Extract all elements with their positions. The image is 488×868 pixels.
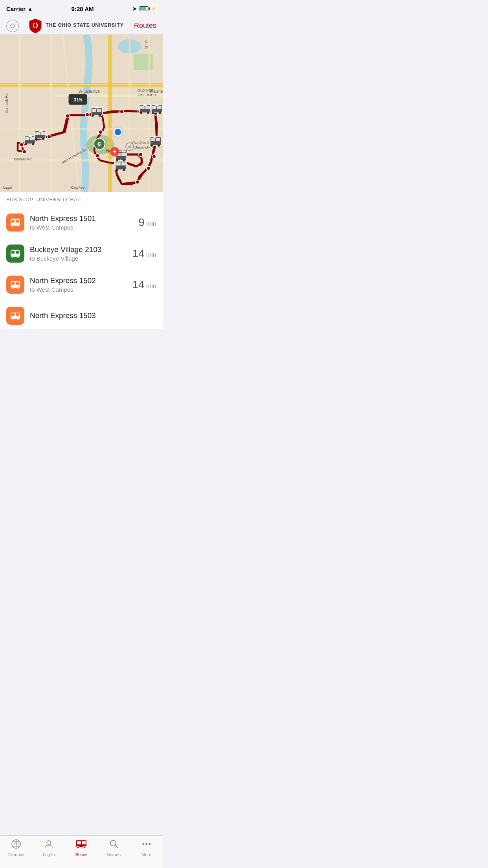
svg-text:Kinnear Rd: Kinnear Rd <box>14 157 31 161</box>
svg-point-0 <box>11 24 15 28</box>
svg-text:OLD NOR: OLD NOR <box>138 88 154 92</box>
svg-point-117 <box>12 256 14 258</box>
bus-info-north-express-1503: North Express 1503 <box>30 311 156 320</box>
svg-rect-122 <box>16 282 19 285</box>
svg-rect-109 <box>11 220 15 223</box>
battery <box>139 6 149 11</box>
svg-text:+: + <box>113 148 116 155</box>
bus-time-number: 9 <box>138 216 145 228</box>
svg-rect-121 <box>11 282 15 285</box>
bus-info-north-express-1502: North Express 1502 to West Campus <box>30 276 132 293</box>
svg-point-71 <box>158 144 160 147</box>
svg-rect-50 <box>92 109 96 112</box>
svg-text:O: O <box>33 22 38 29</box>
bus-time-unit: min <box>146 252 156 258</box>
bus-route-item[interactable]: Buckeye Village 2103 to Buckeye Village … <box>0 238 163 269</box>
bus-route-item[interactable]: North Express 1501 to West Campus 9 min <box>0 207 163 238</box>
bus-time-number: 14 <box>132 278 145 291</box>
svg-rect-38 <box>25 137 29 140</box>
svg-text:🏛: 🏛 <box>128 145 132 149</box>
svg-point-111 <box>12 225 14 227</box>
location-icon: ➤ <box>132 6 137 12</box>
svg-rect-62 <box>152 106 156 109</box>
bus-destination: to Buckeye Village <box>30 255 132 262</box>
svg-point-64 <box>152 112 154 114</box>
bus-destination: to West Campus <box>30 286 132 293</box>
svg-rect-45 <box>40 132 45 135</box>
carrier-label: Carrier <box>6 6 26 12</box>
nav-header: O The Ohio State University Routes <box>0 17 163 35</box>
svg-rect-51 <box>97 109 101 112</box>
svg-text:King Ave: King Ave <box>71 186 84 189</box>
bus-destination: to West Campus <box>30 224 138 231</box>
svg-point-47 <box>42 138 44 140</box>
bus-name: Buckeye Village 2103 <box>30 245 132 254</box>
university-logo: O The Ohio State University <box>29 18 123 33</box>
svg-rect-125 <box>11 281 19 282</box>
svg-rect-69 <box>156 138 160 141</box>
bus-route-item[interactable]: North Express 1502 to West Campus 14 min <box>0 269 163 300</box>
bus-icon-north-express-1501 <box>6 213 24 232</box>
bus-stop-section: BUS STOP: UNIVERSITY HALL <box>0 192 163 207</box>
bus-name: North Express 1503 <box>30 311 156 320</box>
svg-point-130 <box>17 318 19 320</box>
bus-time-number: 14 <box>132 247 145 259</box>
svg-point-34 <box>139 153 143 156</box>
svg-rect-39 <box>30 137 35 140</box>
svg-point-123 <box>12 287 14 289</box>
svg-point-30 <box>147 166 150 170</box>
svg-point-112 <box>17 225 19 227</box>
bus-time-buckeye-village-2103: 14 min <box>132 247 156 260</box>
university-name: The Ohio State University <box>46 22 123 29</box>
bus-route-item-partial[interactable]: North Express 1503 <box>0 300 163 329</box>
routes-button[interactable]: Routes <box>134 22 156 30</box>
svg-text:University: University <box>134 145 150 149</box>
svg-point-58 <box>140 112 142 114</box>
svg-point-82 <box>116 169 118 171</box>
bus-time-north-express-1501: 9 min <box>138 216 156 229</box>
svg-point-36 <box>99 130 103 134</box>
bus-list: North Express 1501 to West Campus 9 min … <box>0 207 163 329</box>
svg-rect-113 <box>11 219 19 220</box>
svg-rect-44 <box>35 132 40 135</box>
status-time: 9:28 AM <box>72 6 94 12</box>
svg-point-31 <box>136 180 139 184</box>
svg-point-22 <box>66 114 70 118</box>
svg-rect-128 <box>16 313 19 316</box>
svg-point-53 <box>99 114 101 117</box>
svg-point-23 <box>85 113 89 117</box>
bus-time-north-express-1502: 14 min <box>132 278 156 291</box>
svg-point-83 <box>123 169 125 171</box>
svg-point-118 <box>17 256 19 258</box>
battery-body <box>139 6 149 11</box>
svg-rect-57 <box>145 106 150 109</box>
svg-text:gh St: gh St <box>145 40 149 49</box>
svg-text:Carmack Rd: Carmack Rd <box>5 94 9 113</box>
svg-point-59 <box>147 112 149 114</box>
map-area[interactable]: 315 <box>0 35 163 192</box>
bus-info-north-express-1501: North Express 1501 to West Campus <box>30 214 138 231</box>
svg-rect-75 <box>121 153 126 156</box>
svg-rect-127 <box>11 313 15 316</box>
back-button[interactable] <box>6 20 19 32</box>
svg-text:COLUMBU: COLUMBU <box>138 93 156 97</box>
svg-point-65 <box>159 112 161 114</box>
svg-point-41 <box>32 143 34 145</box>
svg-point-52 <box>92 114 94 117</box>
bus-info-buckeye-village-2103: Buckeye Village 2103 to Buckeye Village <box>30 245 132 262</box>
svg-point-20 <box>22 150 26 154</box>
wifi-icon: ▲ <box>28 6 33 12</box>
svg-rect-56 <box>140 106 145 109</box>
bus-name: North Express 1502 <box>30 276 132 285</box>
svg-point-19 <box>20 143 24 147</box>
bus-stop-label: BUS STOP: UNIVERSITY HALL <box>6 197 83 202</box>
svg-point-129 <box>12 318 14 320</box>
svg-text:W Lane Ave: W Lane Ave <box>79 89 100 94</box>
svg-rect-81 <box>121 162 126 166</box>
carrier-info: Carrier ▲ <box>6 6 33 12</box>
svg-rect-63 <box>157 106 161 109</box>
svg-rect-80 <box>116 162 121 166</box>
svg-point-29 <box>152 154 156 158</box>
svg-text:315: 315 <box>73 97 82 103</box>
osu-shield-icon: O <box>29 18 42 33</box>
